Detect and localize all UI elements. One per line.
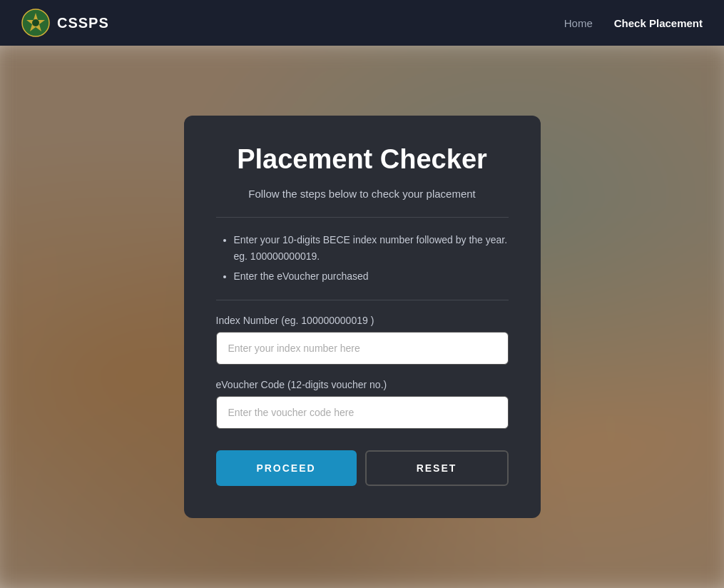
proceed-button[interactable]: PROCEED: [216, 450, 357, 486]
navbar: CSSPS Home Check Placement: [0, 0, 724, 46]
index-number-input[interactable]: [216, 332, 509, 365]
brand-logo-icon: [21, 9, 50, 37]
nav-home[interactable]: Home: [564, 17, 593, 29]
button-row: PROCEED RESET: [216, 450, 509, 486]
instructions: Enter your 10-digits BECE index number f…: [216, 232, 509, 285]
nav-menu: Home Check Placement: [564, 17, 703, 29]
voucher-label: eVoucher Code (12-digits voucher no.): [216, 379, 509, 390]
brand-name: CSSPS: [57, 15, 109, 31]
nav-check-placement[interactable]: Check Placement: [614, 17, 703, 29]
instruction-item-2: Enter the eVoucher purchased: [234, 268, 509, 285]
card-title: Placement Checker: [216, 144, 509, 175]
card-subtitle: Follow the steps below to check your pla…: [216, 186, 509, 203]
main-content: Placement Checker Follow the steps below…: [0, 46, 724, 588]
placement-checker-card: Placement Checker Follow the steps below…: [184, 116, 541, 518]
brand: CSSPS: [21, 9, 109, 37]
reset-button[interactable]: RESET: [365, 450, 509, 486]
voucher-code-input[interactable]: [216, 396, 509, 429]
index-label: Index Number (eg. 100000000019 ): [216, 315, 509, 326]
divider-bottom: [216, 300, 509, 300]
divider-top: [216, 217, 509, 218]
svg-point-2: [32, 19, 39, 26]
instruction-item-1: Enter your 10-digits BECE index number f…: [234, 232, 509, 266]
